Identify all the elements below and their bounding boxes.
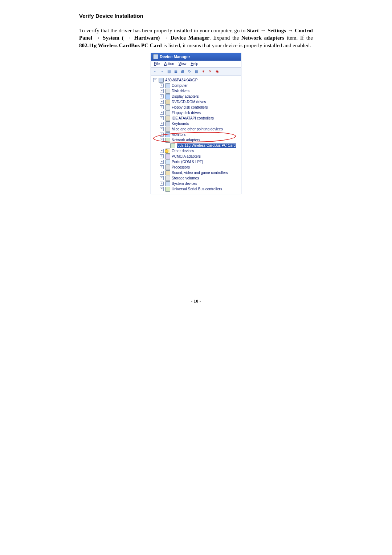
toolbar-uninstall-icon[interactable]: ◉	[214, 69, 220, 74]
node-label: Network adapters	[172, 138, 200, 142]
node-label: Disk drives	[172, 89, 189, 93]
toolbar-refresh-icon[interactable]: ⟳	[187, 69, 192, 74]
toolbar-tree-icon[interactable]: ▤	[166, 69, 172, 74]
body-paragraph: To verify that the driver has been prope…	[79, 27, 313, 49]
tree-item[interactable]: PCMCIA adapters	[160, 154, 240, 159]
node-label: Computer	[172, 84, 188, 88]
expand-icon[interactable]	[160, 133, 164, 137]
tree-item[interactable]: Universal Serial Bus controllers	[160, 186, 240, 192]
bold-network-adapters: Network adapters	[241, 35, 284, 41]
expand-icon[interactable]	[160, 182, 164, 186]
mice-icon	[165, 127, 170, 132]
ide-icon	[165, 116, 170, 121]
node-label: Processors	[172, 165, 190, 170]
toolbar-disable-icon[interactable]: ✕	[207, 69, 213, 74]
toolbar-properties-icon[interactable]: ☰	[173, 69, 179, 74]
expand-icon[interactable]	[160, 89, 164, 93]
node-label: Other devices	[172, 149, 194, 153]
toolbar-scan-icon[interactable]: ✶	[200, 69, 206, 74]
expand-icon[interactable]	[160, 111, 164, 115]
node-label: System devices	[172, 182, 197, 186]
disp-icon	[165, 94, 170, 99]
node-label: Floppy disk controllers	[172, 105, 208, 110]
tree-item[interactable]: IDE ATA/ATAPI controllers	[160, 116, 240, 121]
text-fragment: To verify that the driver has been prope…	[79, 28, 247, 33]
expand-icon[interactable]	[160, 187, 164, 191]
disk-icon	[165, 89, 170, 94]
tree-item[interactable]: Display adapters	[160, 94, 240, 99]
tree-root-node[interactable]: A80-86PA34K4XGP	[153, 77, 240, 83]
stor-icon	[165, 176, 170, 181]
tree-item[interactable]: Disk drives	[160, 88, 240, 94]
expand-icon[interactable]	[160, 84, 164, 88]
node-label: Ports (COM & LPT)	[172, 160, 203, 164]
tree-item-network-adapters[interactable]: Network adapters	[160, 137, 240, 143]
menu-view[interactable]: View	[179, 61, 187, 66]
expand-icon[interactable]	[160, 165, 164, 169]
menu-file[interactable]: FFileile	[154, 61, 160, 66]
tree-item[interactable]: Floppy disk controllers	[160, 105, 240, 110]
tree-item-wireless-card[interactable]: 802.11g Wireless CardBus PC Card	[166, 143, 240, 148]
text-fragment: . Expand the	[209, 35, 241, 41]
nav-back-icon[interactable]: ←	[152, 69, 158, 74]
expand-icon[interactable]	[160, 160, 164, 164]
node-label: Floppy disk drives	[172, 111, 201, 115]
proc-icon	[165, 165, 170, 170]
menu-action[interactable]: Action	[164, 61, 174, 66]
node-label: 802.11g Wireless CardBus PC Card	[177, 143, 236, 148]
expand-icon[interactable]	[160, 149, 164, 153]
node-label: Display adapters	[172, 94, 199, 99]
expand-icon[interactable]	[160, 154, 164, 158]
network-icon	[165, 138, 170, 143]
page-number: - 10 -	[0, 298, 392, 304]
computer-icon	[159, 78, 164, 83]
tree-item[interactable]: System devices	[160, 181, 240, 186]
usb-icon	[165, 187, 170, 192]
bold-device-manager: Device Manager	[171, 35, 209, 41]
network-card-icon	[170, 143, 175, 148]
tree-item[interactable]: Sound, video and game controllers	[160, 170, 240, 175]
expand-icon[interactable]	[160, 105, 164, 109]
bold-system: System (	[103, 35, 124, 41]
window-titlebar[interactable]: Device Manager	[151, 53, 241, 61]
toolbar-update-icon[interactable]: ▦	[193, 69, 199, 74]
comp-icon	[165, 83, 170, 88]
collapse-icon[interactable]	[160, 138, 164, 142]
expand-icon[interactable]	[160, 116, 164, 120]
tree-item[interactable]: DVD/CD-ROM drives	[160, 99, 240, 105]
window-title-text: Device Manager	[160, 54, 190, 60]
port-icon	[165, 159, 170, 165]
toolbar-print-icon[interactable]: 🖶	[180, 69, 185, 74]
key-icon	[165, 121, 170, 126]
expand-icon[interactable]	[160, 127, 164, 131]
exp-icon	[166, 144, 169, 147]
tree-item[interactable]: Computer	[160, 83, 240, 88]
node-label: Storage volumes	[172, 176, 199, 181]
node-label: Mice and other pointing devices	[172, 127, 223, 131]
bold-start: Start	[247, 28, 259, 33]
tree-item[interactable]: Ports (COM & LPT)	[160, 159, 240, 165]
node-label: Monitors	[172, 133, 185, 137]
sys-icon	[165, 181, 170, 186]
text-fragment: item. If the	[284, 35, 313, 41]
expand-icon[interactable]	[160, 122, 164, 126]
arrow-icon: →	[92, 35, 103, 41]
expand-icon[interactable]	[160, 100, 164, 104]
tree-item[interactable]: Keyboards	[160, 121, 240, 126]
collapse-icon[interactable]	[153, 78, 157, 82]
tree-item[interactable]: Floppy disk drives	[160, 110, 240, 116]
tree-item-other-devices[interactable]: Other devices	[160, 148, 240, 154]
tree-item[interactable]: Processors	[160, 165, 240, 170]
expand-icon[interactable]	[160, 176, 164, 180]
bold-settings: Settings	[268, 28, 286, 33]
expand-icon[interactable]	[160, 171, 164, 175]
menu-help[interactable]: Help	[191, 61, 198, 66]
nav-forward-icon[interactable]: →	[159, 69, 165, 74]
tree-item[interactable]: Storage volumes	[160, 175, 240, 181]
text-fragment: is listed, it means that your device is …	[162, 42, 311, 48]
tree-item[interactable]: Mice and other pointing devices	[160, 126, 240, 132]
warning-icon	[165, 149, 170, 154]
bold-hardware: Hardware)	[134, 35, 160, 41]
expand-icon[interactable]	[160, 94, 164, 98]
tree-item[interactable]: Monitors	[160, 132, 240, 137]
